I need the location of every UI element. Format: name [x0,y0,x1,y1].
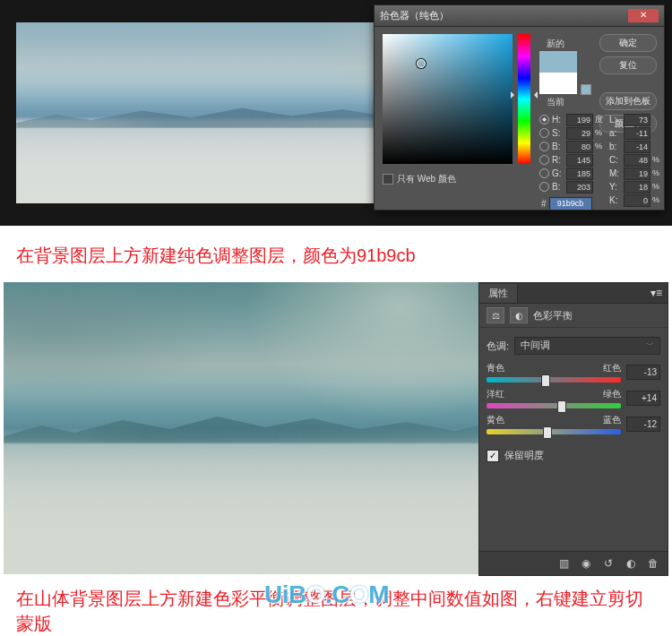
clip-icon[interactable]: ▥ [554,555,573,572]
r-radio[interactable] [539,155,549,165]
g-input[interactable]: 185 [566,168,593,180]
slider-track[interactable] [487,403,621,408]
s-input[interactable]: 29 [566,127,593,140]
preview-image-2 [4,282,478,574]
r-input[interactable]: 145 [566,154,593,167]
tone-value: 中间调 [521,338,550,354]
l-label: L: [609,113,622,126]
hex-row: # 91b9cb [541,197,592,211]
saturation-value-field[interactable] [383,34,513,164]
l-input[interactable]: 73 [624,114,650,126]
h-input[interactable]: 199 [566,114,593,126]
slider-thumb-icon[interactable] [557,400,566,413]
g-label: G: [552,167,564,180]
lab-b-input[interactable]: -14 [624,141,650,153]
tone-row: 色调: 中间调 ﹀ [479,328,668,358]
clouds-dark [4,291,241,408]
hue-slider[interactable] [518,34,530,164]
slider-left-label: 青色 [487,362,504,374]
close-icon[interactable]: ✕ [628,9,659,22]
slider-value-input[interactable]: -12 [626,417,660,432]
a-input[interactable]: -11 [624,127,650,140]
properties-tab[interactable]: 属性 [479,284,518,303]
dialog-titlebar[interactable]: 拾色器（纯色） ✕ [375,5,664,27]
picker-body: 新的 当前 确定 复位 添加到色板 颜色库 H:199度 S:29% B:80%… [375,27,664,211]
dialog-title: 拾色器（纯色） [380,9,449,22]
lab-cmyk-fields: L:73 a:-11 b:-14 C:48% M:19% Y:18% K:0% [609,113,661,207]
b-input[interactable]: 80 [566,141,593,153]
clouds-light [218,282,479,443]
ok-button[interactable]: 确定 [599,34,657,52]
chevron-down-icon: ﹀ [646,338,654,354]
adjustment-title: 色彩平衡 [533,309,573,322]
lab-b-label: b: [609,140,622,153]
hue-cursor-icon[interactable] [514,91,534,102]
color-balance-sliders: 青色红色-13洋红绿色+14黄色蓝色-12 [479,358,668,436]
cancel-button[interactable]: 复位 [599,56,657,74]
web-only-label: 只有 Web 颜色 [397,173,456,185]
slider-1: 洋红绿色+14 [479,384,668,410]
hsb-rgb-fields: H:199度 S:29% B:80% R:145 G:185 B:203 [539,113,606,193]
slider-thumb-icon[interactable] [543,426,552,439]
h-label: H: [552,113,564,126]
tone-label: 色调: [487,339,509,353]
slider-left-label: 黄色 [487,414,504,426]
b2-label: B: [552,180,564,193]
slider-value-input[interactable]: -13 [626,365,660,380]
current-color-swatch [539,73,577,94]
sv-cursor-icon[interactable] [417,59,426,68]
instruction-2: 在山体背景图层上方新建色彩平衡调整图层，调整中间数值如图，右键建立剪切蒙版 [16,586,656,636]
mask-icon: ◐ [510,307,528,323]
m-input[interactable]: 19 [624,168,650,180]
panel-menu-icon[interactable]: ▾≡ [645,287,668,299]
section-color-picker: 拾色器（纯色） ✕ 新的 当前 确定 复位 添加到色板 颜色库 [0,0,672,226]
c-label: C: [609,153,622,167]
preserve-luminosity-checkbox[interactable]: ✓ [487,450,499,462]
preserve-row: ✓ 保留明度 [479,436,668,475]
panel-footer: ▥ ◉ ↺ ◐ 🗑 [479,551,668,575]
s-radio[interactable] [539,128,549,138]
visibility-icon[interactable]: ◐ [621,555,641,572]
k-input[interactable]: 0 [624,194,650,207]
web-only-row: 只有 Web 颜色 [383,173,456,185]
hex-input[interactable]: 91b9cb [549,197,592,211]
properties-panel: 属性 ▾≡ ⚖ ◐ 色彩平衡 色调: 中间调 ﹀ 青色红色-13洋红绿色+14黄… [478,282,668,576]
slider-right-label: 蓝色 [603,414,621,426]
k-label: K: [609,193,622,207]
section-color-balance: 属性 ▾≡ ⚖ ◐ 色彩平衡 色调: 中间调 ﹀ 青色红色-13洋红绿色+14黄… [2,280,670,575]
gamut-warning-swatch[interactable] [581,84,591,95]
add-swatch-button[interactable]: 添加到色板 [599,92,657,110]
b2-radio[interactable] [539,182,549,192]
b-label: B: [552,140,564,153]
slider-2: 黄色蓝色-12 [479,410,668,436]
current-color-label: 当前 [547,96,564,108]
slider-right-label: 红色 [603,362,621,374]
tone-select[interactable]: 中间调 ﹀ [514,337,660,355]
slider-track[interactable] [487,429,621,434]
slider-0: 青色红色-13 [479,358,668,384]
slider-left-label: 洋红 [487,388,504,400]
preserve-luminosity-label: 保留明度 [504,449,544,462]
reset-icon[interactable]: ↺ [599,555,618,572]
a-label: a: [609,126,622,140]
slider-value-input[interactable]: +14 [626,391,660,406]
b2-input[interactable]: 203 [566,181,593,193]
trash-icon[interactable]: 🗑 [643,555,663,572]
new-color-label: 新的 [547,38,564,50]
slider-thumb-icon[interactable] [541,374,550,387]
instruction-1: 在背景图层上方新建纯色调整图层，颜色为91b9cb [16,244,416,268]
r-label: R: [552,153,564,167]
y-input[interactable]: 18 [624,181,650,193]
panel-tabbar: 属性 ▾≡ [479,283,668,304]
balance-icon: ⚖ [487,307,504,323]
c-input[interactable]: 48 [624,154,650,167]
web-only-checkbox[interactable] [383,174,393,185]
slider-track[interactable] [487,377,621,382]
g-radio[interactable] [539,168,549,178]
view-previous-icon[interactable]: ◉ [576,555,596,572]
color-picker-dialog: 拾色器（纯色） ✕ 新的 当前 确定 复位 添加到色板 颜色库 [374,4,665,211]
adjustment-header: ⚖ ◐ 色彩平衡 [479,304,668,328]
b-radio[interactable] [539,142,549,151]
m-label: M: [609,167,622,180]
h-radio[interactable] [539,115,549,125]
